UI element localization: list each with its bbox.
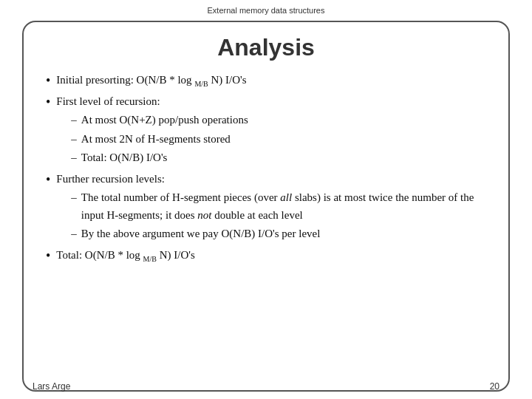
sub-item-3-2: – By the above argument we pay O(N/B) I/… xyxy=(71,225,486,242)
bullet-item-2: • First level of recursion: – At most O(… xyxy=(46,93,486,168)
content-box: Analysis • Initial presorting: O(N/B * l… xyxy=(22,21,510,392)
dash-icon-3: – xyxy=(71,149,77,166)
sub-list-2: – At most O(N+Z) pop/push operations – A… xyxy=(56,112,248,166)
dash-icon-5: – xyxy=(71,225,77,242)
sub-item-2-2: – At most 2N of H-segments stored xyxy=(71,131,248,148)
bullet-dot-2: • xyxy=(46,93,50,112)
bullet-item-4: • Total: O(N/B * log M/B N) I/O's xyxy=(46,247,486,265)
bullet-dot-1: • xyxy=(46,72,50,90)
bullet-text-4: Total: O(N/B * log M/B N) I/O's xyxy=(56,247,195,265)
footer-page: 20 xyxy=(490,381,499,392)
bullet-dot-3: • xyxy=(46,171,50,189)
bullet-list: • Initial presorting: O(N/B * log M/B N)… xyxy=(46,72,486,268)
sub-item-3-1: – The total number of H-segment pieces (… xyxy=(71,189,486,224)
bullet-content-3: Further recursion levels: – The total nu… xyxy=(56,171,486,244)
dash-icon-4: – xyxy=(71,189,77,206)
bullet-dot-4: • xyxy=(46,247,50,265)
bullet-item-3: • Further recursion levels: – The total … xyxy=(46,171,486,244)
sub-item-2-3: – Total: O(N/B) I/O's xyxy=(71,149,248,166)
top-label: External memory data structures xyxy=(0,0,532,18)
footer: Lars Arge 20 xyxy=(33,381,499,392)
bullet-text-1: Initial presorting: O(N/B * log M/B N) I… xyxy=(56,72,246,90)
bullet-text-3: Further recursion levels: xyxy=(56,173,165,185)
dash-icon-2: – xyxy=(71,131,77,148)
footer-author: Lars Arge xyxy=(33,381,70,392)
sub-text-2-1: At most O(N+Z) pop/push operations xyxy=(81,112,248,129)
bullet-item-1: • Initial presorting: O(N/B * log M/B N)… xyxy=(46,72,486,90)
sub-list-3: – The total number of H-segment pieces (… xyxy=(56,189,486,242)
sub-text-2-2: At most 2N of H-segments stored xyxy=(81,131,231,148)
sub-text-3-2: By the above argument we pay O(N/B) I/O'… xyxy=(81,225,321,242)
sub-text-2-3: Total: O(N/B) I/O's xyxy=(81,149,168,166)
slide-title: Analysis xyxy=(46,34,486,61)
bullet-text-2: First level of recursion: xyxy=(56,95,160,107)
slide-container: External memory data structures Analysis… xyxy=(0,0,532,399)
bullet-content-2: First level of recursion: – At most O(N+… xyxy=(56,93,248,168)
dash-icon-1: – xyxy=(71,112,77,129)
sub-text-3-1: The total number of H-segment pieces (ov… xyxy=(81,189,486,224)
sub-item-2-1: – At most O(N+Z) pop/push operations xyxy=(71,112,248,129)
